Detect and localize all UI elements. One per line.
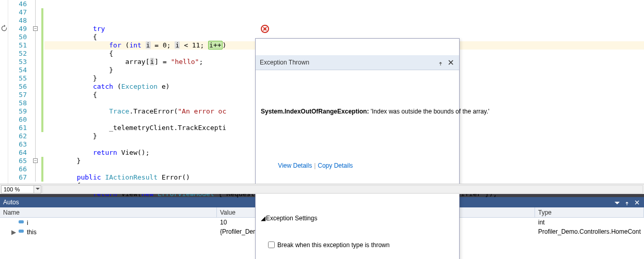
pin-icon[interactable]	[436, 58, 445, 67]
variable-name: i	[27, 219, 28, 226]
indicator-margin	[0, 0, 8, 184]
svg-rect-7	[19, 220, 24, 223]
outline-toggle[interactable]: −	[33, 158, 38, 163]
expand-toggle[interactable]: ▶	[10, 229, 17, 236]
horizontal-scrollbar[interactable]	[42, 185, 643, 193]
exception-helper-popup: Exception Thrown System.IndexOutOfRangeE…	[255, 38, 460, 259]
exception-settings-toggle[interactable]: ◢Exception Settings	[261, 214, 454, 222]
autos-panel-title: Autos	[3, 199, 19, 206]
svg-rect-8	[19, 230, 24, 233]
zoom-level[interactable]: 100 %	[1, 185, 34, 193]
close-icon[interactable]	[447, 58, 455, 67]
outlining-margin[interactable]: − −	[31, 0, 41, 184]
code-line[interactable]	[44, 17, 644, 25]
outline-toggle[interactable]: −	[33, 26, 38, 31]
editor-status-bar: 100 %	[0, 184, 644, 194]
exception-message: System.IndexOutOfRangeException: 'Index …	[261, 107, 454, 116]
error-icon[interactable]	[261, 25, 269, 33]
variable-icon	[18, 218, 25, 225]
refresh-icon	[1, 25, 8, 32]
zoom-dropdown[interactable]	[34, 185, 41, 193]
code-content[interactable]: try { for (int i = 0; i < 11; i++) { arr…	[44, 0, 644, 184]
variable-name: this	[27, 229, 37, 236]
view-details-link[interactable]: View Details	[278, 162, 312, 169]
variable-icon	[18, 228, 25, 235]
code-editor[interactable]: 4647484950515253545556575859606162636465…	[0, 0, 644, 184]
exception-popup-header[interactable]: Exception Thrown	[256, 55, 459, 70]
break-on-exception-checkbox[interactable]: Break when this exception type is thrown	[268, 241, 454, 249]
exception-popup-title: Exception Thrown	[260, 58, 434, 67]
copy-details-link[interactable]: Copy Details	[318, 162, 353, 169]
line-number-gutter: 4647484950515253545556575859606162636465…	[8, 0, 31, 184]
code-line[interactable]: try	[44, 25, 644, 33]
